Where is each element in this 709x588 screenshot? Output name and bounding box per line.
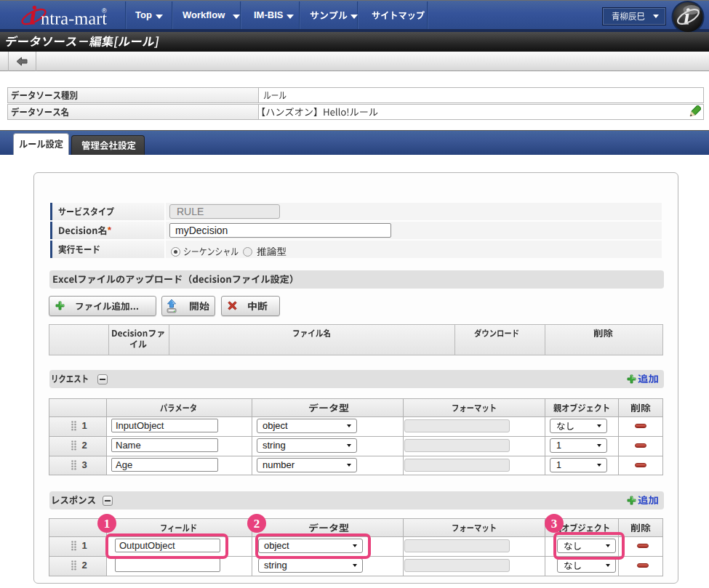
svg-text:®: ®	[102, 7, 107, 15]
